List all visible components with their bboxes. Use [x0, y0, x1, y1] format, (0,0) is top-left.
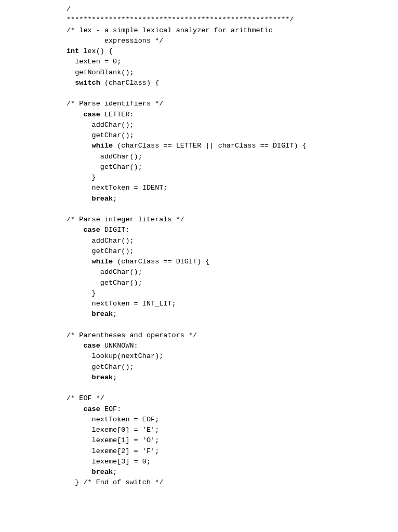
code-listing: / **************************************…	[0, 0, 398, 532]
code-text: (charClass == LETTER || charClass == DIG…	[113, 142, 307, 150]
keyword-case: case	[83, 111, 100, 118]
code-line: /	[67, 5, 71, 13]
code-line: lexeme[1] = 'O';	[67, 436, 159, 444]
code-line: lexeme[2] = 'F';	[67, 447, 159, 455]
code-line: lexeme[3] = 0;	[67, 458, 151, 466]
code-text: ;	[113, 374, 117, 381]
code-text: LETTER:	[100, 111, 134, 118]
keyword-case: case	[83, 226, 100, 234]
code-line: addChar();	[67, 268, 142, 276]
code-text: EOF:	[100, 405, 122, 413]
keyword-switch: switch	[75, 79, 100, 87]
keyword-case: case	[83, 405, 100, 413]
keyword-break: break	[92, 310, 113, 318]
code-text	[67, 258, 92, 265]
keyword-while: while	[92, 142, 113, 150]
code-line: lexeme[0] = 'E';	[67, 426, 159, 434]
code-line: addChar();	[67, 121, 134, 129]
code-text	[67, 310, 92, 318]
code-line: }	[67, 289, 96, 297]
keyword-break: break	[92, 195, 113, 203]
code-text	[67, 374, 92, 381]
keyword-while: while	[92, 258, 113, 265]
code-text: ;	[113, 468, 117, 476]
code-line: getChar();	[67, 247, 134, 255]
code-line: lexLen = 0;	[67, 58, 121, 65]
code-line: }	[67, 174, 96, 181]
code-text: DIGIT:	[100, 226, 130, 234]
code-text: ;	[113, 195, 117, 203]
keyword-break: break	[92, 374, 113, 381]
code-line: expressions */	[67, 37, 163, 45]
code-text	[67, 468, 92, 476]
code-line: getChar();	[67, 163, 142, 171]
code-text: UNKNOWN:	[100, 342, 138, 350]
code-text: lex() {	[79, 47, 113, 55]
code-text: ;	[113, 310, 117, 318]
code-line: nextToken = IDENT;	[67, 184, 167, 192]
code-line: ****************************************…	[67, 16, 294, 23]
keyword-int: int	[67, 47, 79, 55]
code-line: addChar();	[67, 153, 142, 161]
code-line: lookup(nextChar);	[67, 352, 163, 360]
code-line: addChar();	[67, 237, 134, 245]
code-text	[67, 111, 83, 118]
keyword-case: case	[83, 342, 100, 350]
code-line: /* lex - a simple lexical analyzer for a…	[67, 26, 273, 34]
code-line: nextToken = EOF;	[67, 416, 159, 423]
code-line: getChar();	[67, 131, 134, 139]
code-line: getNonBlank();	[67, 69, 134, 76]
code-line: nextToken = INT_LIT;	[67, 300, 176, 308]
code-text	[67, 342, 83, 350]
code-text	[67, 79, 75, 87]
code-text: (charClass) {	[100, 79, 159, 87]
code-line: /* Parentheses and operators */	[67, 331, 197, 339]
code-text: (charClass == DIGIT) {	[113, 258, 209, 265]
code-line: getChar();	[67, 279, 142, 287]
code-line: /* Parse integer literals */	[67, 216, 184, 223]
code-text	[67, 142, 92, 150]
code-text	[67, 226, 83, 234]
code-line: /* EOF */	[67, 394, 104, 402]
keyword-break: break	[92, 468, 113, 476]
code-text	[67, 405, 83, 413]
code-line: } /* End of switch */	[67, 478, 163, 486]
code-line: /* Parse identifiers */	[67, 100, 163, 108]
code-text	[67, 195, 92, 203]
code-line: getChar();	[67, 363, 134, 371]
